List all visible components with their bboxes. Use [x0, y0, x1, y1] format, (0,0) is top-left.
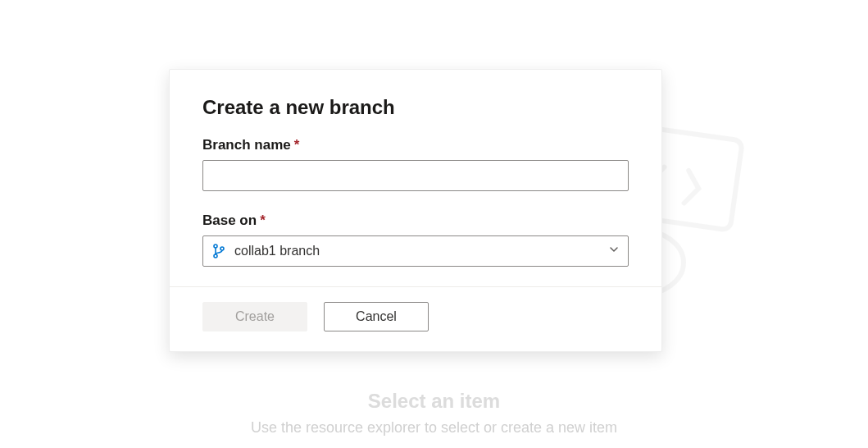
- base-on-select[interactable]: collab1 branch: [202, 235, 629, 267]
- svg-point-4: [220, 247, 224, 250]
- create-button[interactable]: Create: [202, 302, 307, 331]
- dialog-body: Create a new branch Branch name * Base o…: [170, 70, 661, 286]
- svg-point-3: [214, 254, 217, 258]
- dialog-title: Create a new branch: [202, 96, 629, 119]
- chevron-down-icon: [608, 244, 620, 258]
- required-indicator: *: [260, 213, 266, 229]
- branch-name-field: Branch name *: [202, 137, 629, 191]
- create-branch-dialog: Create a new branch Branch name * Base o…: [169, 69, 662, 352]
- empty-title: Select an item: [368, 390, 500, 413]
- branch-name-label: Branch name *: [202, 137, 629, 153]
- base-on-label: Base on *: [202, 213, 629, 229]
- cancel-button[interactable]: Cancel: [324, 302, 429, 331]
- branch-name-label-text: Branch name: [202, 137, 291, 153]
- base-on-label-text: Base on: [202, 213, 257, 229]
- required-indicator: *: [294, 137, 300, 153]
- svg-point-2: [214, 245, 217, 248]
- base-on-selected-value: collab1 branch: [234, 244, 600, 258]
- dialog-footer: Create Cancel: [170, 286, 661, 351]
- branch-name-input[interactable]: [202, 160, 629, 191]
- git-branch-icon: [211, 244, 226, 258]
- base-on-field: Base on * collab1 branch: [202, 213, 629, 267]
- empty-subtitle: Use the resource explorer to select or c…: [251, 419, 617, 437]
